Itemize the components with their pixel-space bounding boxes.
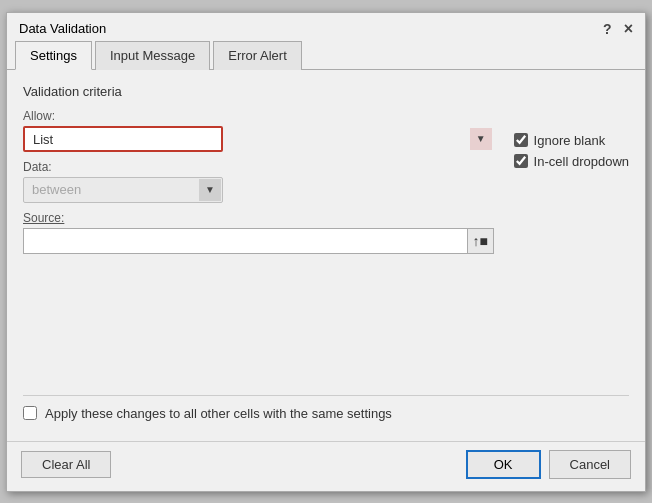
data-label: Data: xyxy=(23,160,494,174)
allow-select-wrapper: Any value Whole number Decimal List Date… xyxy=(23,126,494,152)
dialog-title: Data Validation xyxy=(19,21,106,36)
apply-label: Apply these changes to all other cells w… xyxy=(45,406,392,421)
title-bar-controls: ? × xyxy=(603,21,633,37)
left-column: Allow: Any value Whole number Decimal Li… xyxy=(23,109,494,254)
settings-content: Validation criteria Allow: Any value Who… xyxy=(7,70,645,441)
title-bar: Data Validation ? × xyxy=(7,13,645,41)
cancel-button[interactable]: Cancel xyxy=(549,450,631,479)
in-cell-dropdown-checkbox[interactable] xyxy=(514,154,528,168)
right-column: Ignore blank In-cell dropdown xyxy=(514,109,629,254)
tab-input-message[interactable]: Input Message xyxy=(95,41,210,70)
help-button[interactable]: ? xyxy=(603,21,612,37)
footer-right: OK Cancel xyxy=(466,450,631,479)
allow-select[interactable]: Any value Whole number Decimal List Date… xyxy=(23,126,223,152)
criteria-row: Allow: Any value Whole number Decimal Li… xyxy=(23,109,629,254)
data-select[interactable]: between not between equal to not equal t… xyxy=(23,177,223,203)
footer: Clear All OK Cancel xyxy=(7,441,645,491)
in-cell-dropdown-row[interactable]: In-cell dropdown xyxy=(514,154,629,169)
tab-bar: Settings Input Message Error Alert xyxy=(7,41,645,70)
allow-label: Allow: xyxy=(23,109,494,123)
source-section: Source: ↑■ xyxy=(23,211,494,254)
source-range-button[interactable]: ↑■ xyxy=(468,228,494,254)
data-validation-dialog: Data Validation ? × Settings Input Messa… xyxy=(6,12,646,492)
ok-button[interactable]: OK xyxy=(466,450,541,479)
in-cell-dropdown-label: In-cell dropdown xyxy=(534,154,629,169)
ignore-blank-label: Ignore blank xyxy=(534,133,606,148)
close-button[interactable]: × xyxy=(624,21,633,37)
footer-left: Clear All xyxy=(21,451,111,478)
source-label: Source: xyxy=(23,211,494,225)
section-label: Validation criteria xyxy=(23,84,629,99)
data-select-wrapper: between not between equal to not equal t… xyxy=(23,177,223,203)
apply-checkbox[interactable] xyxy=(23,406,37,420)
ignore-blank-row[interactable]: Ignore blank xyxy=(514,133,629,148)
source-input[interactable] xyxy=(23,228,468,254)
tab-settings[interactable]: Settings xyxy=(15,41,92,70)
apply-row: Apply these changes to all other cells w… xyxy=(23,395,629,431)
tab-error-alert[interactable]: Error Alert xyxy=(213,41,302,70)
source-row: ↑■ xyxy=(23,228,494,254)
ignore-blank-checkbox[interactable] xyxy=(514,133,528,147)
allow-select-arrow: ▼ xyxy=(470,128,492,150)
data-field-container: Data: between not between equal to not e… xyxy=(23,160,494,203)
clear-all-button[interactable]: Clear All xyxy=(21,451,111,478)
